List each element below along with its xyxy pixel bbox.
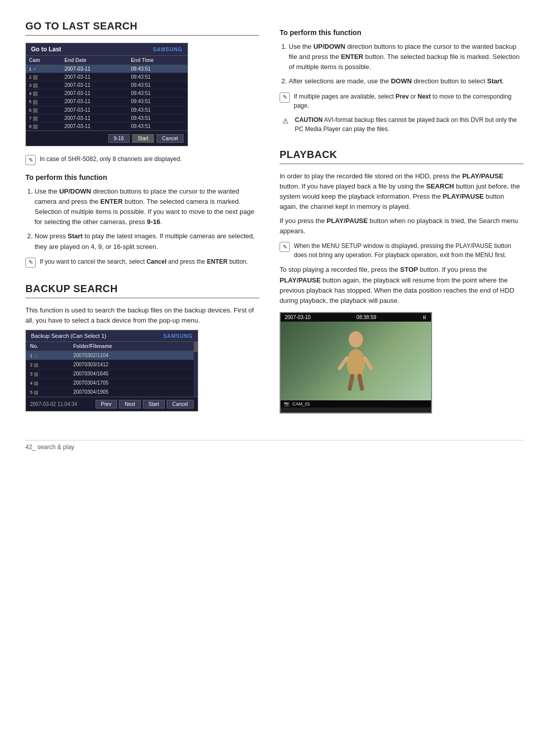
perform-right-steps: Use the UP/DOWN direction buttons to pla… <box>289 42 524 87</box>
right-step2: After selections are made, use the DOWN … <box>289 76 524 86</box>
cam-cell: 1 ✓ <box>26 65 62 73</box>
date-cell: 2007-03-11 <box>62 106 128 114</box>
folder-cell: 20070304/1905 <box>69 388 194 397</box>
no-cell: 4 <box>26 379 69 388</box>
playback-title: PLAYBACK <box>280 149 524 164</box>
playback-intro1: In order to play the recorded file store… <box>280 171 524 212</box>
time-cell: 09:43:51 <box>128 73 188 81</box>
cancel-note-text: If you want to cancel the search, select… <box>40 257 259 266</box>
svg-line-4 <box>350 376 352 389</box>
table-row: 3 2007-03-11 09:43:51 <box>26 81 188 89</box>
svg-line-5 <box>359 376 362 389</box>
btn-cancel-backup[interactable]: Cancel <box>167 400 194 408</box>
playback-intro2: If you press the PLAY/PAUSE button when … <box>280 216 524 236</box>
right-step2-start: Start <box>487 77 502 85</box>
page-number: 42 <box>25 444 32 451</box>
right-note1-icon: ✎ <box>280 92 290 103</box>
table-row: 1 ✓ 2007-03-11 09:43:51 <box>26 65 188 73</box>
cam-icon-small: 📷 <box>284 401 289 406</box>
backup-search-title: BACKUP SEARCH <box>25 283 259 298</box>
svg-point-1 <box>347 349 365 377</box>
goto-last-title: GO TO LAST SEARCH <box>25 20 259 36</box>
table-row: 2 2007-03-11 09:43:51 <box>26 73 188 81</box>
cancel-note: ✎ If you want to cancel the search, sele… <box>25 257 259 268</box>
table-row: 2 20070303/1412 <box>26 360 194 369</box>
btn-start-backup[interactable]: Start <box>143 400 165 408</box>
goto-last-panel: Go to Last SAMSUNG Cam End Date End Time… <box>25 43 188 146</box>
svg-line-3 <box>365 358 371 368</box>
col-end-time: End Time <box>128 56 188 65</box>
cam-cell: 2 <box>26 73 62 81</box>
date-cell: 2007-03-11 <box>62 114 128 122</box>
time-cell: 09:43:51 <box>128 81 188 89</box>
btn-next[interactable]: Next <box>119 400 141 408</box>
playback-image-area <box>281 322 431 400</box>
backup-section: BACKUP SEARCH This function is used to s… <box>25 283 259 412</box>
table-row: 8 2007-03-11 09:43:51 <box>26 122 188 130</box>
btn-916[interactable]: 9-16 <box>108 134 130 143</box>
cam-label: CAM_01 <box>292 401 310 406</box>
backup-scrollbar[interactable] <box>194 342 198 397</box>
backup-col-folder: Folder/Filename <box>69 342 194 351</box>
child-svg <box>336 330 376 391</box>
playback-note: ✎ When the MENU SETUP window is displaye… <box>280 241 524 260</box>
playback-section: PLAYBACK In order to play the recorded f… <box>280 149 524 414</box>
samsung-logo: SAMSUNG <box>153 47 182 52</box>
btn-prev[interactable]: Prev <box>96 400 117 408</box>
btn-start[interactable]: Start <box>132 134 154 143</box>
folder-cell: 20070303/1412 <box>69 360 194 369</box>
no-cell: 3 <box>26 369 69 379</box>
folder-cell: 20070304/1705 <box>69 379 194 388</box>
step1-enter: ENTER <box>100 198 123 205</box>
backup-table-wrapper: No. Folder/Filename 1 20070302/1104 2 20… <box>26 342 198 397</box>
table-row: 5 2007-03-11 09:43:51 <box>26 98 188 106</box>
backup-panel-header: Backup Search (Can Select 1) SAMSUNG <box>26 330 198 342</box>
date-cell: 2007-03-11 <box>62 89 128 98</box>
left-column: GO TO LAST SEARCH Go to Last SAMSUNG Cam… <box>25 20 259 420</box>
table-row: 1 20070302/1104 <box>26 351 194 360</box>
no-cell: 1 <box>26 351 69 360</box>
cam-cell: 3 <box>26 81 62 89</box>
right-step2-down: DOWN <box>391 77 412 85</box>
time-cell: 09:43:51 <box>128 122 188 130</box>
playback-pause-indicator: ⏸ <box>422 314 427 320</box>
date-cell: 2007-03-11 <box>62 73 128 81</box>
table-row: 5 20070304/1905 <box>26 388 194 397</box>
playback-bottom-bar: 📷 CAM_01 <box>281 400 431 407</box>
date-cell: 2007-03-11 <box>62 122 128 130</box>
col-cam: Cam <box>26 56 62 65</box>
panel-title: Go to Last <box>31 46 61 53</box>
backup-samsung-logo: SAMSUNG <box>163 333 193 339</box>
backup-footer-btns: Prev Next Start Cancel <box>96 400 194 408</box>
no-cell: 2 <box>26 360 69 369</box>
scrollbar-thumb <box>194 342 198 352</box>
step2-left: Now press Start to play the latest image… <box>35 231 259 251</box>
table-row: 3 20070304/1645 <box>26 369 194 379</box>
date-cell: 2007-03-11 <box>62 65 128 73</box>
btn-cancel[interactable]: Cancel <box>157 134 184 143</box>
goto-last-note-text: In case of SHR-5082, only 8 channels are… <box>40 154 259 164</box>
goto-last-note: ✎ In case of SHR-5082, only 8 channels a… <box>25 154 259 165</box>
page-footer: 42_ search & play <box>25 440 524 451</box>
folder-cell: 20070302/1104 <box>69 351 194 360</box>
right-note1-text: If multiple pages are available, select … <box>294 92 524 110</box>
backup-footer: 2007-03-02 11:04:34 Prev Next Start Canc… <box>26 397 198 411</box>
backup-timestamp: 2007-03-02 11:04:34 <box>30 401 77 407</box>
cam-cell: 5 <box>26 98 62 106</box>
backup-table: No. Folder/Filename 1 20070302/1104 2 20… <box>26 342 194 397</box>
right-step1: Use the UP/DOWN direction buttons to pla… <box>289 42 524 72</box>
step1-916: 9-16 <box>147 218 160 226</box>
perform-left-steps: Use the UP/DOWN direction buttons to pla… <box>35 186 259 252</box>
no-cell: 5 <box>26 388 69 397</box>
playback-date: 2007-03-10 <box>285 314 311 320</box>
panel-header: Go to Last SAMSUNG <box>26 43 188 56</box>
step1-bold: UP/DOWN <box>59 187 91 195</box>
date-cell: 2007-03-11 <box>62 81 128 89</box>
perform-left-title: To perform this function <box>25 173 259 181</box>
playback-time: 08:38:59 <box>356 314 376 320</box>
cancel-note-icon: ✎ <box>25 258 36 268</box>
right-note1: ✎ If multiple pages are available, selec… <box>280 92 524 110</box>
backup-panel: Backup Search (Can Select 1) SAMSUNG No.… <box>25 330 198 412</box>
time-cell: 09:43:51 <box>128 98 188 106</box>
svg-point-0 <box>349 331 363 348</box>
